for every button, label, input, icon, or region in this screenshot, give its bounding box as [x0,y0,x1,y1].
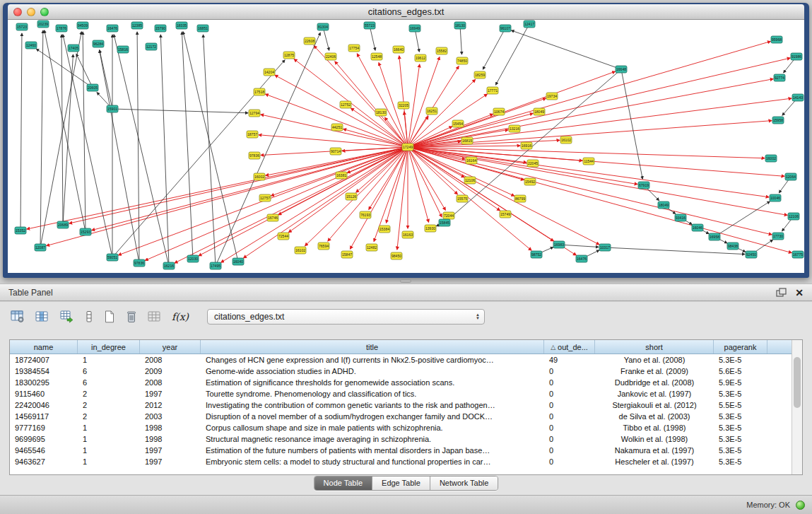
float-window-icon[interactable] [776,288,787,297]
create-column-icon[interactable] [103,310,116,324]
tab-node-table[interactable]: Node Table [314,477,372,490]
graph-node[interactable]: 15845 [439,219,450,226]
table-row[interactable]: 969969511998Structural magnetic resonanc… [10,433,792,445]
graph-node[interactable]: 96284 [93,40,104,47]
graph-node[interactable]: 15816 [117,46,129,53]
graph-node[interactable]: 76193 [360,211,371,218]
graph-node[interactable]: 16476 [576,255,587,262]
graph-node[interactable]: 17249 [402,144,413,151]
graph-node[interactable]: 16102 [560,136,572,144]
column-header-in_degree[interactable]: in_degree [78,340,140,354]
graph-node[interactable]: 16851 [197,25,208,32]
column-header-title[interactable]: title [201,340,544,354]
graph-node[interactable]: 12875 [283,52,295,59]
graph-node[interactable]: 72044 [443,212,454,219]
graph-node[interactable]: 20689 [57,221,69,228]
table-row[interactable]: 946554611997Estimation of the future num… [10,445,792,456]
graph-node[interactable]: 12482 [366,244,377,251]
graph-node[interactable]: 12794 [249,110,260,117]
table-row[interactable]: 1830029562008Estimation of significance … [10,377,792,388]
table-selector-dropdown[interactable]: citations_edges.txt ▲▼ [207,309,485,325]
graph-node[interactable]: 19612 [415,54,426,62]
graph-node[interactable]: 16046 [692,224,703,231]
graph-node[interactable]: 16216 [163,262,175,269]
graph-node[interactable]: 15847 [341,251,353,258]
table-row[interactable]: 2242004622012Investigating the contribut… [10,399,792,411]
graph-node[interactable]: 67919 [638,182,649,189]
graph-node[interactable]: 15790 [155,25,166,32]
graph-node[interactable]: 16958 [709,233,720,240]
delete-column-icon[interactable] [125,310,138,324]
graph-node[interactable]: 16916 [521,142,532,149]
graph-node[interactable]: 17876 [56,25,67,32]
graph-node[interactable]: 16949 [409,25,420,32]
graph-node[interactable]: 97836 [134,259,145,267]
graph-node[interactable]: 59051 [107,254,118,261]
graph-node[interactable]: 97836 [249,152,260,159]
graph-node[interactable]: 12757 [259,194,271,201]
graph-node[interactable]: 94509 [77,22,88,29]
graph-node[interactable]: 15384 [379,226,390,233]
graph-node[interactable]: 17730 [772,233,784,240]
graph-node[interactable]: 17771 [487,87,498,94]
scrollbar-thumb[interactable] [794,357,801,408]
graph-node[interactable]: 12548 [371,53,382,60]
graph-node[interactable]: 18130 [375,109,387,116]
table-settings-icon[interactable] [10,310,25,324]
graph-node[interactable]: 14204 [264,69,275,76]
graph-node[interactable]: 12087 [35,244,46,251]
graph-node[interactable]: 11544 [583,158,594,165]
graph-node[interactable]: 17495 [210,262,221,269]
graph-node[interactable]: 12172 [146,43,157,50]
graph-node[interactable]: 44251 [331,124,343,131]
network-canvas[interactable]: 1724922608128751420417518127941875797836… [8,20,804,273]
graph-node[interactable]: 92450 [746,251,757,258]
graph-node[interactable]: 16775 [792,251,804,258]
column-header-name[interactable]: name [10,340,78,354]
graph-node[interactable]: 15958 [772,117,784,124]
panel-resize-handle[interactable] [400,279,411,283]
graph-node[interactable]: 90714 [330,148,341,155]
zoom-button[interactable] [40,8,49,16]
graph-node[interactable]: 16102 [295,247,306,254]
close-button[interactable] [13,8,22,16]
graph-node[interactable]: 16251 [426,107,437,115]
graph-node[interactable]: 15293 [80,228,91,235]
graph-node[interactable]: 81304 [317,23,329,30]
table-row[interactable]: 911546021997Tourette syndrome. Phenomeno… [10,388,792,399]
graph-node[interactable]: 12460 [25,42,37,49]
graph-node[interactable]: 10674 [493,108,505,115]
import-table-icon[interactable] [147,310,163,324]
graph-node[interactable]: 19734 [546,93,558,100]
graph-node[interactable]: 12106 [464,177,476,184]
graph-node[interactable]: 74850 [457,57,468,64]
tab-edge-table[interactable]: Edge Table [372,477,430,490]
column-header-short[interactable]: short [595,340,714,354]
vertical-scrollbar[interactable] [792,340,802,474]
graph-node[interactable]: 98752 [531,251,542,258]
graph-node[interactable]: 15901 [107,105,118,112]
graph-node[interactable]: 15749 [500,211,511,218]
graph-node[interactable]: 15575 [457,195,468,202]
graph-node[interactable]: 18335 [176,22,187,29]
tab-network-table[interactable]: Network Table [430,477,498,490]
column-header-year[interactable]: year [140,340,201,354]
graph-node[interactable]: 16815 [461,137,473,144]
graph-node[interactable]: 98438 [727,243,739,250]
graph-node[interactable]: 16983 [553,241,565,248]
column-header-pagerank[interactable]: pagerank [714,340,767,354]
graph-node[interactable]: 32205 [398,102,409,109]
graph-node[interactable]: 20239 [37,21,49,28]
function-builder-icon[interactable]: f(x) [172,311,189,322]
table-row[interactable]: 977716911998Corpus callosum shape and si… [10,422,792,433]
table-row[interactable]: 1456911722003Disruption of a novel membe… [10,411,792,422]
graph-node[interactable]: 95968 [771,36,782,43]
column-header-out_de[interactable]: △out_de... [544,340,595,354]
table-row[interactable]: 1872400712008Changes of HCN gene express… [10,354,792,366]
graph-node[interactable]: 14143 [792,94,804,101]
graph-node[interactable]: 17405 [68,45,79,52]
graph-node[interactable]: 18049 [534,108,545,115]
graph-node[interactable]: 16640 [393,46,404,53]
graph-node[interactable]: 86799 [514,195,526,202]
graph-node[interactable]: 13216 [509,125,520,132]
